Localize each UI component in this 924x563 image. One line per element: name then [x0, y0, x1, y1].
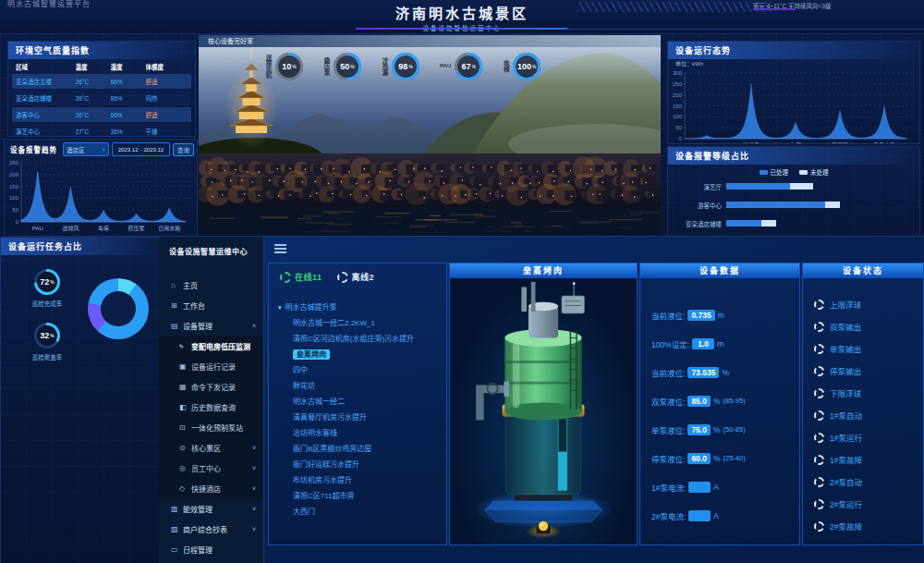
sidebar-item-home[interactable]: ⌂主页 — [159, 275, 263, 295]
chevron-up-icon: ˄ — [252, 323, 256, 329]
sidebar-item[interactable]: ▦命令下发记录 — [159, 376, 263, 397]
date-range-input[interactable]: 2023.12 - 2023.12 — [112, 142, 170, 156]
data-unit: m — [718, 311, 724, 320]
bar-row: 亚朵酒店辅楼 — [668, 217, 919, 229]
core-rate-gauge: 稳压泵50% — [323, 53, 361, 80]
air-quality-title: 环境空气质量指数 — [8, 42, 195, 59]
tree-item[interactable]: 布坊机房污水提升 — [278, 472, 446, 488]
tree-item[interactable]: 清真餐厅机房污水提升 — [278, 410, 446, 425]
data-label: 停泵液位: — [651, 453, 685, 464]
svg-text:PAU: PAU — [701, 142, 712, 144]
badge-value: 72% — [34, 269, 60, 295]
gear-icon — [814, 455, 824, 465]
tree-item[interactable]: 清照C区711超市旁 — [278, 488, 446, 504]
sidebar-item[interactable]: ▭日程管理 — [159, 539, 263, 559]
sidebar-item[interactable]: ϟ变配电房低压监测 — [159, 336, 263, 356]
temp-cell: 27°C — [76, 129, 111, 135]
bar-track — [726, 220, 912, 226]
menu-item-icon: ϟ — [179, 342, 191, 350]
sidebar-title: 设备设施智慧运维中心 — [159, 237, 263, 256]
menu-item-label: 变配电房低压监测 — [191, 341, 250, 351]
menu-item-icon: ⊙ — [179, 444, 191, 452]
data-value — [688, 482, 711, 493]
sidebar-item[interactable]: ▧运维管理˅ — [159, 559, 263, 563]
run-trend-unit: 单位：kWh — [668, 59, 919, 67]
svg-text:车库: 车库 — [790, 141, 801, 144]
weather-accent-line — [753, 8, 796, 10]
svg-text:稳压泵: 稳压泵 — [128, 225, 145, 232]
chevron-down-icon: ˅ — [252, 485, 256, 492]
tree-item[interactable]: 衙门好运糕污水提升 — [278, 457, 446, 472]
svg-text:送排风: 送排风 — [62, 225, 79, 232]
sidebar-item[interactable]: ⊡一体化预制泵站 — [159, 417, 263, 437]
bar-segment — [825, 202, 840, 208]
svg-text:50: 50 — [12, 207, 18, 213]
data-unit: A — [713, 511, 719, 520]
core-rate-overlay: 核心设备完好率 送排风机10%稳压泵50%冷热源98%PAU67%电梯100% — [199, 35, 661, 85]
device-status-panel: 设备状态 上限浮球双泵输出单泵输出停泵输出下限浮球1#泵自动1#泵运行1#泵故障… — [802, 263, 924, 545]
tree-item[interactable]: 清照C区河边机房(水姐庄旁)污水提升 — [278, 331, 446, 347]
status-item-label: 2#泵运行 — [830, 498, 862, 509]
status-item: 1#泵运行 — [814, 426, 923, 448]
svg-text:100: 100 — [9, 195, 19, 201]
svg-text:50: 50 — [675, 125, 682, 130]
column-header: 体感度 — [146, 62, 191, 71]
task-ratio-title: 设备运行任务占比 — [1, 238, 160, 255]
svg-text:100: 100 — [673, 114, 683, 119]
data-unit: A — [713, 483, 719, 492]
data-row: 当前液位:0.735m — [651, 300, 799, 329]
pump-panel-title: 垒蒸烤肉 — [450, 263, 637, 278]
data-value: 75.0 — [687, 424, 711, 435]
gauge-value: 100% — [513, 53, 541, 80]
tree-item[interactable]: 衙门B区黑椒炒鸡旁边屋 — [278, 441, 446, 457]
tree-root-node[interactable]: ▾明水古城提升泵 — [278, 300, 446, 315]
submenu-group: ϟ变配电房低压监测▣设备运行记录▦命令下发记录◧历史数据查询⊡一体化预制泵站⊙核… — [159, 336, 263, 498]
menu-toggle-icon[interactable] — [274, 244, 286, 255]
status-item-label: 上限浮球 — [830, 299, 861, 310]
tree-item[interactable]: 四中 — [278, 362, 446, 378]
sidebar-item[interactable]: ▣设备运行记录 — [159, 356, 263, 376]
badge-value: 32% — [34, 323, 60, 349]
tree-item[interactable]: 明水古城一经二2.2KW_1 — [278, 315, 446, 331]
top-header: 明水古城智慧运营平台 济南明水古城景区 设备设施智慧运营中心 多云 4~11°C… — [0, 0, 924, 34]
sidebar-menu: ⌂主页⊞工作台▤设备管理˄ϟ变配电房低压监测▣设备运行记录▦命令下发记录◧历史数… — [159, 275, 263, 563]
gear-icon — [814, 410, 824, 421]
menu-item-label: 能效管理 — [183, 504, 213, 514]
data-range: (25-40) — [723, 454, 745, 462]
sidebar-item[interactable]: ◇快捷酒店˅ — [159, 478, 263, 498]
device-tree: ▾明水古城提升泵明水古城一经二2.2KW_1清照C区河边机房(水姐庄旁)污水提升… — [269, 300, 446, 520]
menu-item-label: 设备管理 — [183, 321, 213, 331]
query-button[interactable]: 查询 — [173, 143, 194, 156]
status-item: 2#泵故障 — [814, 515, 923, 537]
device-data-title: 设备数据 — [640, 263, 799, 278]
tree-item[interactable]: 鲜花坊 — [278, 378, 446, 394]
tree-item[interactable]: 明水古城一经二 — [278, 394, 446, 410]
sidebar-item[interactable]: ◧历史数据查询 — [159, 397, 263, 417]
gear-icon — [814, 499, 824, 509]
sidebar-item-workbench[interactable]: ⊞工作台 — [159, 295, 263, 315]
bar-segment — [790, 183, 813, 190]
bar-category-label: 演艺厅 — [668, 182, 726, 191]
feel-cell: 干燥 — [146, 127, 191, 136]
svg-text:日用水箱: 日用水箱 — [873, 141, 895, 144]
area-cell: 亚朵酒店主楼 — [12, 77, 76, 86]
svg-text:送排风: 送排风 — [743, 141, 760, 144]
sidebar-item[interactable]: ◎员工中心˅ — [159, 458, 263, 478]
table-row: 亚朵酒店主楼26°C66%舒适 — [12, 74, 191, 89]
sidebar-item[interactable]: ⊙核心景区˅ — [159, 437, 263, 458]
sidebar-item[interactable]: ▨商户综合抄表˅ — [159, 519, 263, 539]
tree-item[interactable]: 冶坊明水客栈 — [278, 425, 446, 441]
tree-item[interactable]: 大西门 — [278, 504, 446, 520]
core-rate-gauges: 送排风机10%稳压泵50%冷热源98%PAU67%电梯100% — [199, 47, 661, 85]
dashboard-root: 明水古城智慧运营平台 济南明水古城景区 设备设施智慧运营中心 多云 4~11°C… — [0, 0, 924, 563]
device-status-title: 设备状态 — [803, 263, 923, 278]
status-item: 双泵输出 — [814, 315, 923, 337]
sidebar-item-device-management[interactable]: ▤设备管理˄ — [159, 315, 263, 336]
area-filter-select[interactable]: 酒店区 ˅ — [63, 142, 109, 156]
sidebar-item[interactable]: ▥能效管理˅ — [159, 498, 263, 519]
device-tree-panel: 在线11 离线2 ▾明水古城提升泵明水古城一经二2.2KW_1清照C区河边机房(… — [268, 263, 447, 545]
tree-item[interactable]: 垒蒸烤肉 — [278, 347, 446, 362]
gauge-ring: 67% — [455, 53, 482, 80]
menu-item-icon: ⊡ — [179, 423, 191, 432]
alarm-trend-title: 设备报警趋势 — [7, 143, 60, 155]
